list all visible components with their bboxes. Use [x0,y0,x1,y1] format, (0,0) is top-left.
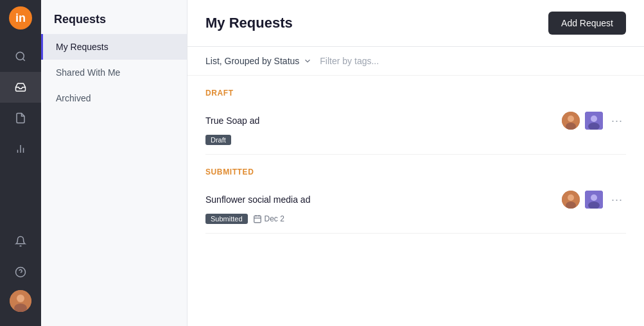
user-avatar-icon[interactable] [0,287,41,318]
avatar [562,112,580,130]
request-title[interactable]: True Soap ad [205,116,259,126]
submitted-section-header: SUBMITTED [205,155,626,182]
sidebar-item-shared-with-me[interactable]: Shared With Me [41,60,187,85]
add-request-button[interactable]: Add Request [548,12,626,35]
svg-point-8 [17,295,24,302]
help-nav-icon[interactable] [0,257,41,287]
status-badge: Draft [205,135,231,145]
app-logo: in [9,6,32,30]
chevron-down-icon [303,56,312,65]
svg-point-11 [568,116,574,122]
main-header: My Requests Add Request [187,0,644,47]
bottom-icons [0,226,41,326]
more-options-button[interactable]: ··· [608,112,626,130]
page-title: My Requests [205,15,293,31]
sidebar-nav: My Requests Shared With Me Archived [41,34,187,111]
sidebar-item-my-requests[interactable]: My Requests [41,34,187,60]
view-label: List, Grouped by Status [205,56,299,66]
svg-line-1 [22,58,24,60]
request-tags: Submitted Dec 2 [205,214,626,224]
main-content: My Requests Add Request List, Grouped by… [187,0,644,326]
draft-section-header: DRAFT [205,76,626,103]
toolbar: List, Grouped by Status Filter by tags..… [187,47,644,76]
nav-icons [0,36,41,226]
filter-tags-input[interactable]: Filter by tags... [320,56,379,66]
request-meta: ··· [562,112,626,130]
more-options-button[interactable]: ··· [608,191,626,209]
svg-point-20 [591,194,597,201]
due-date: Dec 2 [265,214,284,223]
inbox-nav-icon[interactable] [0,72,41,103]
svg-point-17 [568,194,574,201]
sidebar: Requests My Requests Shared With Me Arch… [41,0,187,326]
table-row: True Soap ad [205,103,626,155]
calendar-icon [253,214,262,223]
status-badge: Submitted [205,214,248,224]
svg-rect-22 [254,216,261,223]
assignee-avatar [585,112,603,130]
request-row-draft: True Soap ad [205,112,626,130]
icon-bar: in [0,0,41,326]
date-badge: Dec 2 [253,214,284,223]
chart-nav-icon[interactable] [0,133,41,164]
assignee-avatar [585,191,603,209]
svg-point-0 [16,52,24,60]
sidebar-title: Requests [41,0,187,34]
request-title[interactable]: Sunflower social media ad [205,194,310,205]
avatar [10,290,31,312]
table-row: Sunflower social media ad [205,182,626,234]
bell-nav-icon[interactable] [0,226,41,257]
request-row-submitted: Sunflower social media ad [205,191,626,209]
sidebar-item-archived[interactable]: Archived [41,85,187,111]
avatar [562,191,580,209]
document-nav-icon[interactable] [0,103,41,133]
svg-point-14 [591,116,597,122]
request-meta: ··· [562,191,626,209]
logo[interactable]: in [0,0,41,36]
view-selector[interactable]: List, Grouped by Status [205,56,312,66]
content-area: DRAFT True Soap ad [187,76,644,326]
search-nav-icon[interactable] [0,41,41,72]
request-tags: Draft [205,135,626,145]
